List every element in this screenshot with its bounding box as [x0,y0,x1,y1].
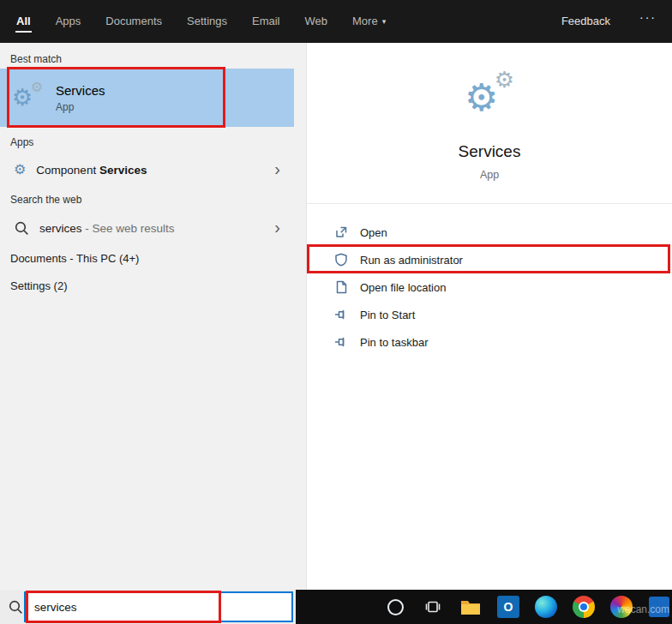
action-label: Open file location [360,281,446,294]
chevron-down-icon: ▾ [382,17,387,26]
result-label: services - See web results [39,222,175,235]
admin-shield-icon [333,252,349,267]
action-label: Open [360,226,387,239]
best-match-text: Services App [56,83,105,113]
tab-email[interactable]: Email [251,10,281,33]
best-match-header: Best match [10,53,62,65]
file-explorer-icon[interactable] [458,594,483,620]
watermark: wecan.com [617,603,669,615]
apps-section-header: Apps [10,136,33,148]
feedback-button[interactable]: Feedback [561,15,610,27]
windows-search-flyout: All Apps Documents Settings Email Web Mo… [0,0,672,624]
gear-icon: ⚙ [14,163,26,177]
search-results-panel: Best match ⚙ ⚙ Services App Apps ⚙ Compo… [0,43,306,590]
tab-settings[interactable]: Settings [186,10,228,33]
open-icon [333,225,349,240]
search-icon [8,599,23,615]
search-filter-tabs: All Apps Documents Settings Email Web Mo… [15,0,387,33]
topbar-right: Feedback ··· [561,0,657,27]
action-open-file-location[interactable]: Open file location [307,273,672,301]
taskbar-search-area [0,590,296,624]
documents-category-header[interactable]: Documents - This PC (4+) [10,252,139,265]
best-match-subtitle: App [56,101,105,113]
chevron-right-icon: › [274,218,280,237]
action-pin-to-taskbar[interactable]: Pin to taskbar [307,328,672,356]
action-label: Pin to Start [360,309,415,321]
file-location-icon [333,279,349,295]
task-view-icon[interactable] [420,594,446,620]
chevron-right-icon: › [274,159,280,179]
gear-icon: ⚙ [495,69,514,91]
action-pin-to-start[interactable]: Pin to Start [307,301,672,328]
edge-icon[interactable] [533,594,559,620]
result-web-search[interactable]: services - See web results › [0,213,294,243]
tab-apps[interactable]: Apps [55,10,82,33]
outlook-icon[interactable]: O [495,594,521,620]
gear-icon: ⚙ [12,87,33,110]
action-open[interactable]: Open [307,219,672,246]
tab-all[interactable]: All [15,10,32,33]
tab-web[interactable]: Web [304,10,329,33]
gear-icon: ⚙ [465,79,498,117]
web-section-header: Search the web [10,194,81,206]
tab-more-label: More [352,15,378,27]
result-label: Component Services [36,164,147,177]
best-match-title: Services [56,83,105,98]
more-options-icon[interactable]: ··· [639,10,657,27]
settings-category-header[interactable]: Settings (2) [10,279,67,292]
divider [307,203,672,204]
action-list: Open Run as administrator Open file loca… [307,219,672,356]
best-match-result-services[interactable]: ⚙ ⚙ Services App [0,69,294,127]
search-input[interactable] [24,591,293,622]
services-app-icon-large: ⚙ ⚙ [463,70,516,120]
pin-icon [333,307,349,322]
taskbar: O wecan.com [0,590,672,624]
result-detail-panel: ⚙ ⚙ Services App Open Run as administrat… [306,43,672,590]
tab-more[interactable]: More▾ [351,10,387,33]
search-filter-bar: All Apps Documents Settings Email Web Mo… [0,0,672,43]
search-icon [14,220,29,236]
action-run-as-administrator[interactable]: Run as administrator [307,246,672,273]
chrome-icon[interactable] [571,594,597,620]
services-app-icon: ⚙ ⚙ [14,83,43,112]
gear-icon: ⚙ [31,81,43,94]
detail-app-subtitle: App [307,169,672,181]
pin-icon [333,334,349,350]
tab-documents[interactable]: Documents [105,10,163,33]
cortana-icon[interactable] [382,594,408,620]
detail-app-title: Services [307,142,672,161]
action-label: Pin to taskbar [360,336,429,349]
result-component-services[interactable]: ⚙ Component Services › [0,154,294,185]
action-label: Run as administrator [360,254,463,267]
